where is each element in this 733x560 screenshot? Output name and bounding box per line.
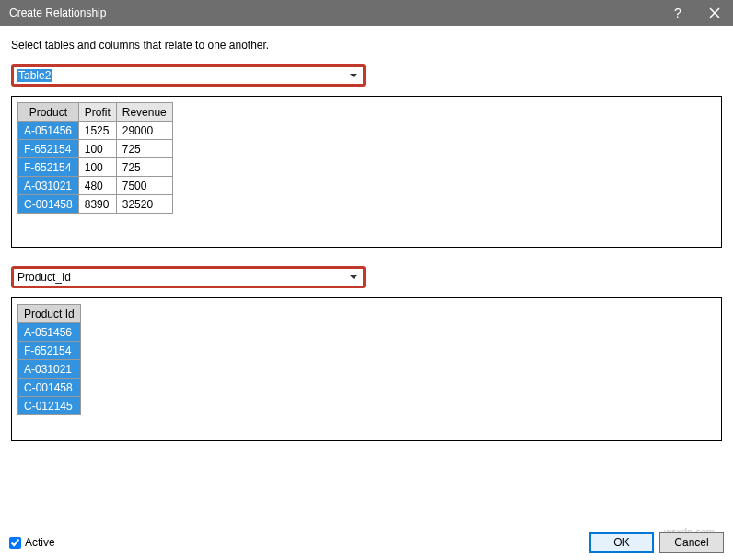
table-cell[interactable]: 29000 — [116, 122, 172, 140]
table-row[interactable]: A-0310214807500 — [18, 177, 173, 195]
table-cell[interactable]: F-652154 — [18, 140, 79, 158]
table-cell[interactable]: A-051456 — [18, 323, 81, 342]
table-row[interactable]: F-652154 — [18, 342, 81, 360]
table-cell[interactable]: 725 — [116, 158, 172, 177]
table2[interactable]: Product IdA-051456F-652154A-031021C-0014… — [17, 304, 81, 415]
chevron-down-icon — [346, 270, 361, 285]
table-cell[interactable]: 480 — [78, 177, 116, 195]
table-cell[interactable]: 8390 — [78, 195, 116, 214]
table-cell[interactable]: F-652154 — [18, 158, 79, 177]
table-cell[interactable]: 100 — [78, 158, 116, 177]
help-button[interactable]: ? — [659, 0, 696, 26]
titlebar-controls: ? — [659, 0, 733, 26]
cancel-button-label: Cancel — [674, 536, 708, 549]
table-cell[interactable]: A-031021 — [18, 177, 79, 195]
table-row[interactable]: C-012145 — [18, 397, 81, 415]
window-title: Create Relationship — [9, 6, 106, 19]
column-header[interactable]: Revenue — [116, 103, 172, 122]
column-select-dropdown[interactable]: Product_Id — [11, 266, 366, 288]
table-select-value: Table2 — [17, 69, 52, 82]
ok-button[interactable]: OK — [589, 532, 654, 553]
table-row[interactable]: C-001458839032520 — [18, 195, 173, 214]
table-cell[interactable]: 100 — [78, 140, 116, 158]
column-select-value: Product_Id — [17, 271, 71, 284]
table-row[interactable]: A-031021 — [18, 360, 81, 379]
table-cell[interactable]: 725 — [116, 140, 172, 158]
table-cell[interactable]: A-051456 — [18, 122, 79, 140]
table1[interactable]: ProductProfitRevenueA-051456152529000F-6… — [17, 102, 173, 214]
column-header[interactable]: Product Id — [18, 305, 81, 323]
instruction-text: Select tables and columns that relate to… — [11, 39, 722, 52]
table-cell[interactable]: C-012145 — [18, 397, 81, 415]
titlebar: Create Relationship ? — [0, 0, 733, 26]
table-preview-panel-1: ProductProfitRevenueA-051456152529000F-6… — [11, 96, 722, 248]
table-select-dropdown[interactable]: Table2 — [11, 64, 366, 87]
chevron-down-icon — [346, 68, 361, 83]
table-row[interactable]: C-001458 — [18, 379, 81, 397]
table-preview-panel-2: Product IdA-051456F-652154A-031021C-0014… — [11, 298, 722, 441]
close-button[interactable] — [696, 0, 733, 26]
table-cell[interactable]: 32520 — [116, 195, 172, 214]
table-cell[interactable]: 1525 — [78, 122, 116, 140]
table-row[interactable]: F-652154100725 — [18, 158, 173, 177]
ok-button-label: OK — [613, 536, 629, 549]
help-icon: ? — [674, 6, 681, 20]
close-icon — [709, 7, 720, 18]
table-cell[interactable]: F-652154 — [18, 342, 81, 360]
column-header[interactable]: Product — [18, 103, 79, 122]
footer-buttons: OK Cancel — [589, 532, 724, 553]
active-checkbox[interactable] — [9, 537, 21, 549]
table-cell[interactable]: 7500 — [116, 177, 172, 195]
active-checkbox-wrap[interactable]: Active — [9, 536, 55, 549]
table-row[interactable]: A-051456 — [18, 323, 81, 342]
table-cell[interactable]: C-001458 — [18, 379, 81, 397]
table-cell[interactable]: A-031021 — [18, 360, 81, 379]
table-row[interactable]: F-652154100725 — [18, 140, 173, 158]
table-cell[interactable]: C-001458 — [18, 195, 79, 214]
cancel-button[interactable]: Cancel — [659, 532, 724, 553]
dialog-footer: Active OK Cancel — [9, 532, 724, 553]
dialog-content: Select tables and columns that relate to… — [0, 26, 733, 441]
column-header[interactable]: Profit — [78, 103, 116, 122]
table-row[interactable]: A-051456152529000 — [18, 122, 173, 140]
active-label: Active — [25, 536, 55, 549]
